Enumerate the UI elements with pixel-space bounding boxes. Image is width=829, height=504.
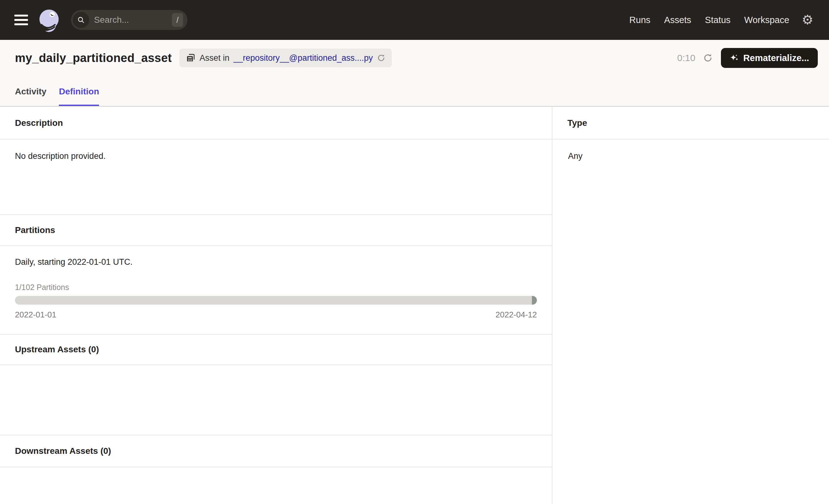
tab-activity[interactable]: Activity xyxy=(15,86,46,106)
type-section-header: Type xyxy=(552,107,829,140)
partitions-section-header: Partitions xyxy=(0,215,552,246)
refresh-icon[interactable] xyxy=(703,53,713,63)
right-column: Type Any xyxy=(552,107,829,504)
partitions-body: Daily, starting 2022-01-01 UTC. 1/102 Pa… xyxy=(0,246,552,334)
downstream-assets-section-header: Downstream Assets (0) xyxy=(0,435,552,467)
tab-definition[interactable]: Definition xyxy=(59,86,99,106)
hamburger-menu-icon[interactable] xyxy=(14,15,28,25)
title-row: my_daily_partitioned_asset xyxy=(15,48,818,68)
gear-icon[interactable]: ⚙ xyxy=(802,13,814,27)
left-column: Description No description provided. Par… xyxy=(0,107,552,504)
refresh-countdown: 0:10 xyxy=(677,52,695,63)
upstream-assets-body xyxy=(0,365,552,435)
partition-range-start: 2022-01-01 xyxy=(15,310,57,320)
downstream-assets-body xyxy=(0,467,552,504)
partition-schedule-text: Daily, starting 2022-01-01 UTC. xyxy=(15,257,537,267)
search-icon xyxy=(73,12,89,28)
top-navbar: / Runs Assets Status Workspace ⚙ xyxy=(0,0,829,40)
reload-repository-icon[interactable] xyxy=(377,53,386,62)
partition-health-bar[interactable] xyxy=(15,296,537,304)
search-shortcut-key: / xyxy=(172,13,183,27)
search-input[interactable] xyxy=(94,15,172,25)
page-title: my_daily_partitioned_asset xyxy=(15,51,172,65)
nav-link-status[interactable]: Status xyxy=(705,15,731,25)
asset-tabs: Activity Definition xyxy=(15,68,818,106)
nav-link-runs[interactable]: Runs xyxy=(629,15,651,25)
definition-content: Description No description provided. Par… xyxy=(0,107,829,504)
description-body: No description provided. xyxy=(0,140,552,215)
asset-location-tag: Asset in __repository__@partitioned_ass.… xyxy=(179,48,392,67)
description-section-header: Description xyxy=(0,107,552,140)
asset-tag-prefix: Asset in xyxy=(200,53,229,63)
partition-progress-fill xyxy=(532,296,537,304)
rematerialize-button[interactable]: Rematerialize... xyxy=(721,48,818,68)
dagster-app: / Runs Assets Status Workspace ⚙ my_dail… xyxy=(0,0,829,504)
type-value: Any xyxy=(552,140,829,161)
rematerialize-label: Rematerialize... xyxy=(743,53,809,63)
sparkles-icon xyxy=(730,53,739,63)
upstream-assets-section-header: Upstream Assets (0) xyxy=(0,334,552,365)
partition-count-label: 1/102 Partitions xyxy=(15,283,537,292)
partition-range-end: 2022-04-12 xyxy=(496,310,537,320)
asset-page-header: my_daily_partitioned_asset xyxy=(0,40,829,107)
partition-range-row: 2022-01-01 2022-04-12 xyxy=(15,310,537,320)
repository-icon xyxy=(186,53,195,63)
navbar-links: Runs Assets Status Workspace xyxy=(629,15,789,25)
nav-link-workspace[interactable]: Workspace xyxy=(744,15,789,25)
repository-link[interactable]: __repository__@partitioned_ass....py xyxy=(233,53,373,63)
nav-link-assets[interactable]: Assets xyxy=(664,15,691,25)
dagster-logo-icon[interactable] xyxy=(37,7,62,32)
global-search[interactable]: / xyxy=(71,10,187,30)
